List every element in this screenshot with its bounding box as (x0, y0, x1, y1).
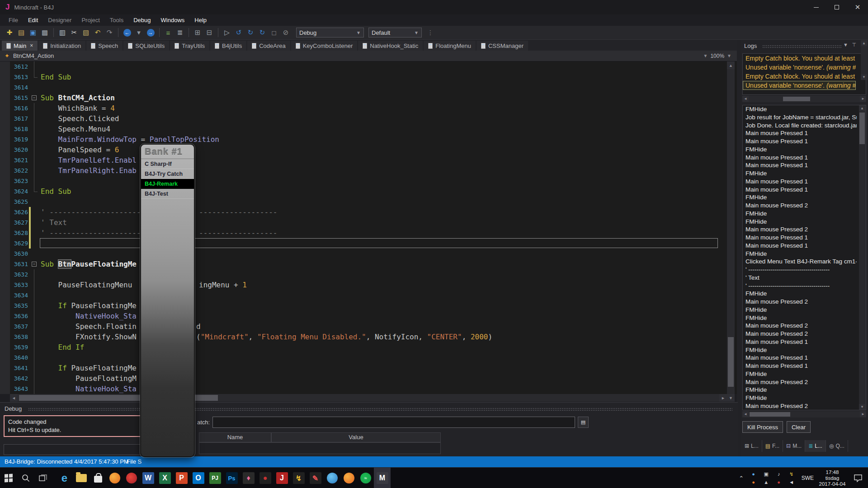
tray-icon-4[interactable]: ↯ (786, 470, 797, 478)
log-entry[interactable]: FMHide (743, 314, 857, 322)
side-panel-tab-5[interactable]: ◎Q... (826, 440, 848, 452)
excel-icon[interactable]: X (156, 468, 173, 488)
tab-initialization[interactable]: Initialization (38, 41, 85, 51)
scroll-right-icon[interactable]: ► (860, 411, 866, 417)
code-line[interactable]: 3623 (0, 176, 738, 186)
navigate-forward-icon[interactable]: → (145, 28, 156, 38)
code-line[interactable]: 3636 NativeHook_Sta (0, 311, 738, 321)
menu-help[interactable]: Help (189, 15, 212, 25)
menu-debug[interactable]: Debug (128, 15, 156, 25)
store-icon[interactable] (90, 468, 106, 488)
log-entry[interactable]: ' Text (743, 274, 857, 282)
log-entry[interactable]: Main mouse Pressed 2 (743, 298, 857, 306)
chevron-down-icon[interactable]: ▼ (703, 53, 708, 58)
start-button[interactable] (0, 468, 17, 488)
scroll-down-icon[interactable]: ▼ (727, 394, 735, 402)
log-entry[interactable]: FMHide (743, 290, 857, 298)
log-entry[interactable]: Clicked Menu Text B4J-Remark Tag cm1-3 (743, 258, 857, 266)
rerun-icon[interactable]: ↻ (257, 28, 268, 38)
tab-codearea[interactable]: CodeArea (247, 41, 290, 51)
tray-icon-5[interactable]: ● (748, 478, 760, 486)
code-line[interactable]: 3631−Sub BtnPauseFloatingMe (0, 259, 738, 269)
menu-item-b4j-try-catch[interactable]: B4J-Try Catch (141, 169, 194, 179)
code-line[interactable]: 3613End Sub (0, 72, 738, 82)
scroll-left-icon[interactable]: ◄ (742, 96, 749, 102)
mindcraft-app-icon[interactable]: M (374, 468, 391, 488)
warning-item[interactable]: Unused variable 'nonsense'. (warning #9) (743, 81, 856, 90)
code-line[interactable]: 3621 TmrPanelLeft.Enabl (0, 155, 738, 165)
tab-cssmanager[interactable]: CSSManager (476, 41, 528, 51)
log-entry[interactable]: Main mouse Pressed 1 (743, 354, 857, 362)
scrollbar-thumb[interactable] (783, 97, 810, 101)
project-icon[interactable]: PJ (207, 468, 223, 488)
scroll-right-icon[interactable]: ► (860, 96, 866, 102)
chevron-down-icon[interactable]: ▼ (727, 53, 731, 58)
task-view-button[interactable] (34, 468, 51, 488)
scrollbar-thumb[interactable] (750, 412, 790, 417)
designer-script-icon[interactable]: ⊞ (192, 28, 203, 38)
editor-horizontal-scrollbar[interactable]: ◄ ► (10, 394, 727, 402)
code-line[interactable]: 3617 Speech.Clicked (0, 113, 738, 124)
scrollbar-thumb[interactable] (728, 337, 734, 387)
file-explorer-icon[interactable] (73, 468, 90, 488)
opera-icon[interactable] (123, 468, 140, 488)
warnings-list[interactable]: Empty Catch block. You should at least a… (742, 53, 866, 95)
tray-icon-1[interactable]: ● (748, 470, 760, 478)
pen-app-icon[interactable]: ✎ (307, 468, 324, 488)
warning-item[interactable]: Empty Catch block. You should at least a… (743, 72, 856, 81)
lightning-app-icon[interactable]: ↯ (290, 468, 307, 488)
log-entry[interactable]: Main mouse Pressed 2 (743, 402, 857, 410)
log-entry[interactable]: Main mouse Pressed 1 (743, 137, 857, 145)
tray-icon-3[interactable]: ♪ (773, 470, 785, 478)
code-line[interactable]: 3640 (0, 352, 738, 363)
firefox-nightly-icon[interactable] (340, 468, 357, 488)
log-entry[interactable]: FMHide (743, 193, 857, 202)
warning-item[interactable]: Unused variable 'nonsense'. (warning #9) (743, 63, 856, 72)
current-sub-combobox[interactable]: BtnCM4_Action (13, 52, 54, 59)
log-entry[interactable]: ' --------------------------------------… (743, 282, 857, 290)
tray-icon-2[interactable]: ▣ (760, 470, 772, 478)
tab-nativehook_static[interactable]: NativeHook_Static (358, 41, 423, 51)
scroll-down-icon[interactable]: ▼ (861, 74, 867, 80)
log-entry[interactable]: FMHide (743, 306, 857, 314)
code-line[interactable]: 3626' ----------------------------------… (0, 207, 738, 217)
code-line[interactable]: 3638 FXnotify.ShowN("Mindcraft", "Floati… (0, 332, 738, 342)
code-line[interactable]: 3633 PauseFloatingMenu ingMenu + 1 (0, 280, 738, 290)
code-line[interactable]: 3627' Text (0, 217, 738, 228)
menu-item-b4j-test[interactable]: B4J-Test (141, 189, 194, 199)
copy-icon[interactable]: ▥ (57, 28, 68, 38)
scrollbar-thumb[interactable] (859, 113, 865, 144)
maximize-button[interactable] (826, 0, 847, 14)
code-line[interactable]: 3634 (0, 290, 738, 300)
code-line[interactable]: 3632 (0, 269, 738, 280)
log-entry[interactable]: Main mouse Pressed 1 (743, 234, 857, 242)
log-entry[interactable]: FMHide (743, 394, 857, 402)
log-entry[interactable]: Main mouse Pressed 1 (743, 362, 857, 370)
code-line[interactable]: 3615−Sub BtnCM4_Action (0, 93, 738, 103)
code-line[interactable]: 3614 (0, 82, 738, 93)
log-entry[interactable]: Main mouse Pressed 2 (743, 225, 857, 234)
panel-splitter[interactable] (737, 40, 741, 456)
scroll-up-icon[interactable]: ▲ (727, 61, 735, 69)
log-entry[interactable]: ' --------------------------------------… (743, 266, 857, 274)
menu-file[interactable]: File (4, 15, 23, 25)
redo-icon[interactable]: ↷ (104, 28, 115, 38)
log-entry[interactable]: Job Done. Local file created: starcloud.… (743, 122, 857, 130)
search-button[interactable] (17, 468, 34, 488)
code-line[interactable]: 3639 End If (0, 342, 738, 352)
navigate-back-icon[interactable]: ← (122, 28, 132, 38)
menu-edit[interactable]: Edit (23, 15, 43, 25)
chevron-down-icon[interactable]: ▼ (843, 42, 848, 47)
code-line[interactable]: 3635 If PauseFloatingMe (0, 300, 738, 311)
paste-icon[interactable]: ▧ (80, 28, 91, 38)
menu-tools[interactable]: Tools (105, 15, 128, 25)
edge-icon[interactable]: e (56, 468, 73, 488)
back-history-dropdown-icon[interactable]: ▾ (133, 28, 144, 38)
action-center-icon[interactable] (854, 474, 863, 482)
powerpoint-icon[interactable]: P (173, 468, 190, 488)
tab-trayutils[interactable]: TrayUtils (170, 41, 209, 51)
tab-keycombolistener[interactable]: KeyComboListener (291, 41, 358, 51)
side-panel-tab-2[interactable]: ▤F... (762, 440, 783, 452)
photoshop-icon[interactable]: Ps (223, 468, 240, 488)
open-project-icon[interactable]: ▤ (16, 28, 27, 38)
